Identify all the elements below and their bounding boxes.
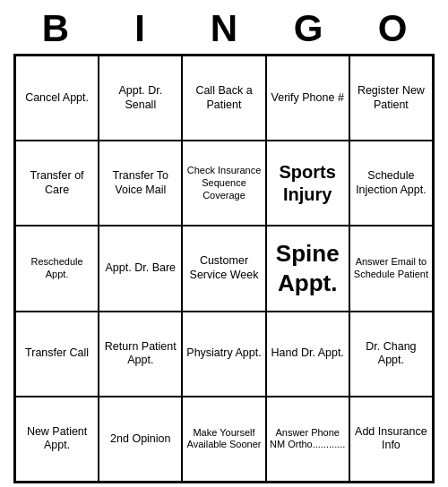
bingo-letter-g: G bbox=[271, 7, 346, 50]
bingo-cell-r2-c0: Reschedule Appt. bbox=[15, 226, 99, 311]
bingo-cell-r1-c4: Schedule Injection Appt. bbox=[349, 141, 433, 226]
bingo-cell-r0-c2: Call Back a Patient bbox=[182, 56, 265, 141]
bingo-cell-r2-c3: Spine Appt. bbox=[266, 226, 349, 311]
bingo-cell-r4-c1: 2nd Opinion bbox=[99, 397, 182, 482]
bingo-cell-r1-c0: Transfer of Care bbox=[15, 141, 99, 226]
bingo-cell-r3-c4: Dr. Chang Appt. bbox=[349, 312, 433, 397]
bingo-cell-r4-c0: New Patient Appt. bbox=[15, 397, 99, 482]
bingo-letter-n: N bbox=[186, 7, 262, 50]
bingo-cell-r2-c1: Appt. Dr. Bare bbox=[99, 226, 182, 311]
bingo-cell-r4-c4: Add Insurance Info bbox=[349, 397, 433, 482]
bingo-cell-r1-c2: Check Insurance Sequence Coverage bbox=[182, 141, 265, 226]
bingo-letter-i: I bbox=[102, 7, 177, 50]
bingo-cell-r0-c1: Appt. Dr. Senall bbox=[99, 56, 182, 141]
bingo-cell-r3-c0: Transfer Call bbox=[15, 312, 99, 397]
bingo-cell-r1-c1: Transfer To Voice Mail bbox=[99, 141, 182, 226]
bingo-cell-r0-c4: Register New Patient bbox=[349, 56, 433, 141]
bingo-cell-r3-c2: Physiatry Appt. bbox=[182, 312, 265, 397]
bingo-header: BINGO bbox=[13, 0, 435, 54]
bingo-cell-r0-c3: Verify Phone # bbox=[266, 56, 349, 141]
bingo-cell-r0-c0: Cancel Appt. bbox=[15, 56, 99, 141]
bingo-cell-r4-c2: Make Yourself Available Sooner bbox=[182, 397, 265, 482]
bingo-letter-o: O bbox=[355, 7, 430, 50]
bingo-grid: Cancel Appt.Appt. Dr. SenallCall Back a … bbox=[13, 54, 435, 483]
bingo-letter-b: B bbox=[18, 7, 93, 50]
bingo-cell-r4-c3: Answer Phone NM Ortho............ bbox=[266, 397, 349, 482]
bingo-cell-r3-c1: Return Patient Appt. bbox=[99, 312, 182, 397]
bingo-cell-r1-c3: Sports Injury bbox=[266, 141, 349, 226]
bingo-cell-r2-c2: Customer Service Week bbox=[182, 226, 265, 311]
bingo-cell-r3-c3: Hand Dr. Appt. bbox=[266, 312, 349, 397]
bingo-cell-r2-c4: Answer Email to Schedule Patient bbox=[349, 226, 433, 311]
